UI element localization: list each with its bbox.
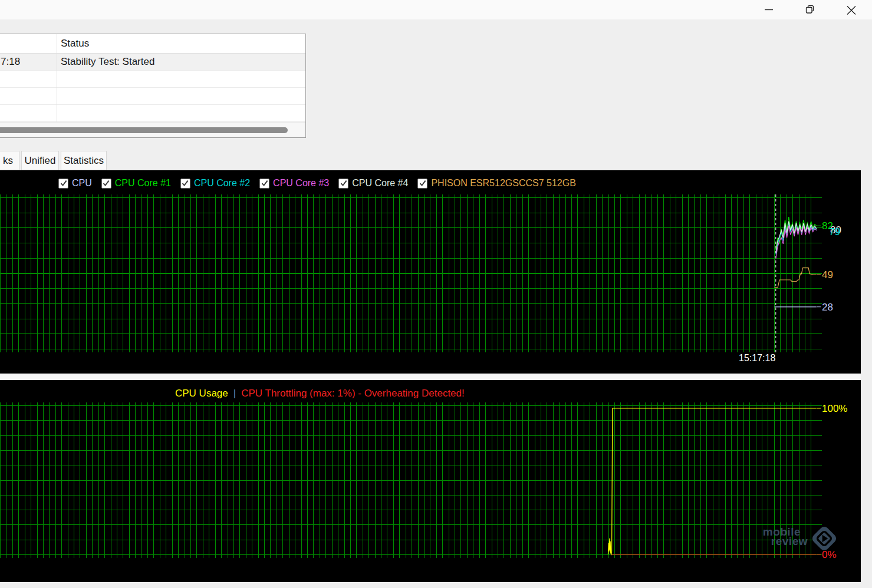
legend-checkbox[interactable]	[180, 179, 190, 189]
checkmark-icon	[103, 180, 110, 187]
table-row[interactable]	[0, 71, 305, 88]
mobile-review-logo-icon	[806, 520, 843, 557]
legend-item: CPU Core #2	[180, 178, 250, 189]
checkmark-icon	[261, 180, 268, 187]
temperature-chart-grid	[0, 197, 817, 349]
value-label: 82	[822, 220, 833, 232]
horizontal-scrollbar[interactable]	[0, 122, 305, 137]
temperature-chart-panel: CPUCPU Core #1CPU Core #2CPU Core #3CPU …	[0, 170, 861, 374]
legend-item: CPU Core #1	[101, 178, 171, 189]
value-label: 49	[822, 269, 833, 280]
minimize-icon	[755, 0, 782, 19]
legend-checkbox[interactable]	[417, 179, 427, 189]
legend-checkbox[interactable]	[338, 179, 348, 189]
grid-ticks	[0, 555, 817, 558]
legend-label: CPU Core #3	[273, 178, 329, 189]
tab-clocks[interactable]: ks	[0, 151, 19, 170]
app-window: Status 7:18 Stability Test: Started ks U…	[0, 0, 872, 588]
usage-chart-grid	[0, 405, 817, 555]
restore-icon	[796, 0, 823, 19]
usage-chart-panel: CPU Usage|CPU Throttling (max: 1%) - Ove…	[0, 380, 861, 582]
legend-label: CPU Core #1	[115, 178, 171, 189]
legend-item: CPU Core #4	[338, 178, 408, 189]
log-status-cell: Stability Test: Started	[61, 56, 154, 68]
throttling-warning-label: CPU Throttling (max: 1%) - Overheating D…	[241, 388, 465, 399]
legend-label: CPU Core #2	[194, 178, 250, 189]
stability-log-table: Status 7:18 Stability Test: Started	[0, 34, 306, 138]
titlebar	[0, 0, 872, 19]
usage-chart-title: CPU Usage|CPU Throttling (max: 1%) - Ove…	[175, 388, 465, 399]
minimize-button[interactable]	[755, 0, 782, 19]
grid-ticks	[0, 349, 817, 352]
watermark-line2: review	[761, 537, 808, 546]
cpu-usage-label: CPU Usage	[175, 388, 228, 399]
panel-divider	[0, 374, 861, 380]
table-row[interactable]: 7:18 Stability Test: Started	[0, 54, 305, 71]
restore-button[interactable]	[796, 0, 823, 19]
status-column-header: Status	[61, 38, 89, 49]
log-table-header: Status	[0, 34, 305, 54]
scrollbar-thumb[interactable]	[0, 127, 288, 133]
column-divider	[57, 34, 57, 123]
cursor-timestamp: 15:17:18	[739, 353, 775, 364]
checkmark-icon	[340, 180, 347, 187]
value-label: 100%	[822, 403, 847, 414]
value-label: 80	[830, 224, 841, 236]
legend-item: PHISON ESR512GSCCS7 512GB	[417, 178, 575, 189]
value-label: 28	[822, 302, 833, 313]
checkmark-icon	[419, 180, 426, 187]
log-time-cell: 7:18	[1, 56, 20, 68]
grid-ticks	[817, 197, 822, 349]
legend-item: CPU	[58, 178, 92, 189]
legend-item: CPU Core #3	[259, 178, 329, 189]
legend-label: CPU Core #4	[352, 178, 408, 189]
legend-label: PHISON ESR512GSCCS7 512GB	[431, 178, 575, 189]
legend-label: CPU	[72, 178, 92, 189]
value-label: 79	[829, 226, 840, 237]
table-row[interactable]	[0, 105, 305, 122]
title-separator: |	[233, 388, 236, 399]
legend-checkbox[interactable]	[259, 179, 269, 189]
checkmark-icon	[182, 180, 189, 187]
legend-checkbox[interactable]	[101, 179, 111, 189]
tab-statistics[interactable]: Statistics	[61, 151, 107, 170]
sensor-legend: CPUCPU Core #1CPU Core #2CPU Core #3CPU …	[0, 177, 861, 190]
legend-checkbox[interactable]	[58, 179, 68, 189]
tab-unified[interactable]: Unified	[21, 151, 59, 170]
mobile-review-watermark: mobile review	[761, 527, 808, 546]
table-row[interactable]	[0, 88, 305, 105]
close-icon	[838, 0, 865, 19]
checkmark-icon	[60, 180, 67, 187]
close-button[interactable]	[838, 0, 865, 19]
